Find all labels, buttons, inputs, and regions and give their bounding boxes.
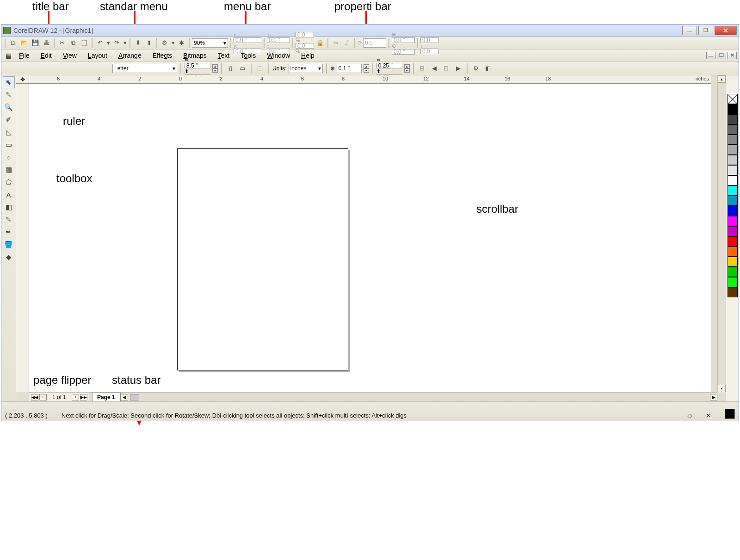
- vertical-scrollbar[interactable]: ▴ ▾: [717, 75, 726, 392]
- app-launcher-icon[interactable]: ⚙: [160, 38, 170, 48]
- save-icon[interactable]: 💾: [30, 38, 40, 48]
- page-width-input[interactable]: 8.5 ": [185, 63, 210, 68]
- color-swatch[interactable]: [728, 257, 738, 267]
- maximize-button[interactable]: ❐: [698, 26, 713, 35]
- export-icon[interactable]: ⬆: [144, 38, 154, 48]
- pick-tool[interactable]: ⬉: [3, 76, 15, 88]
- menu-tools[interactable]: Tools: [235, 50, 262, 61]
- snap-icon[interactable]: ⊞: [417, 63, 427, 74]
- ruler-origin[interactable]: ✥: [16, 75, 29, 84]
- color-swatch[interactable]: [728, 246, 738, 257]
- fill-tool[interactable]: 🪣: [3, 239, 15, 251]
- no-color-swatch[interactable]: [728, 94, 738, 104]
- hscroll-thumb[interactable]: [130, 394, 139, 400]
- snap-right-icon[interactable]: ▶: [453, 63, 463, 74]
- mirror-v-icon[interactable]: ⇵: [342, 38, 352, 48]
- menu-view[interactable]: View: [57, 50, 82, 61]
- rectangle-tool[interactable]: ▭: [3, 139, 15, 151]
- color-swatch[interactable]: [728, 124, 738, 135]
- scrollbar-down-icon[interactable]: ▾: [718, 385, 726, 392]
- color-swatch[interactable]: [728, 287, 738, 297]
- page-layout-icon[interactable]: ⬚: [255, 63, 265, 74]
- color-swatch[interactable]: [728, 185, 738, 196]
- zoom-tool[interactable]: 🔍: [3, 101, 15, 113]
- menu-window[interactable]: Window: [261, 50, 296, 61]
- color-swatch[interactable]: [728, 236, 738, 246]
- nudge-input[interactable]: 0.1 ": [337, 64, 362, 73]
- options-icon[interactable]: ⚙: [471, 63, 481, 74]
- doc-close-button[interactable]: ✕: [728, 52, 737, 59]
- print-icon[interactable]: 🖶: [41, 38, 51, 48]
- horizontal-ruler[interactable]: 6 4 2 0 2 4 6 8 10 12 14 16 18 inches: [29, 75, 711, 84]
- import-icon[interactable]: ⬇: [133, 38, 143, 48]
- hscroll-left-icon[interactable]: ◀: [121, 394, 128, 400]
- graph-paper-tool[interactable]: ▦: [3, 164, 15, 176]
- fill-indicator-icon[interactable]: ◇: [687, 412, 692, 419]
- add-page-before-button[interactable]: +: [39, 394, 47, 400]
- cut-icon[interactable]: ✂: [57, 38, 67, 48]
- redo-icon[interactable]: ↷: [111, 38, 122, 48]
- spinner-up[interactable]: ▲: [364, 64, 369, 68]
- paper-size-select[interactable]: Letter▾: [112, 64, 177, 73]
- menu-file[interactable]: File: [13, 50, 35, 61]
- spinner-down[interactable]: ▼: [404, 68, 410, 73]
- text-tool[interactable]: A: [3, 189, 15, 201]
- color-swatch[interactable]: [728, 145, 738, 155]
- zoom-input[interactable]: 90%▾: [192, 38, 228, 48]
- lock-ratio-icon[interactable]: 🔒: [315, 38, 325, 48]
- color-swatch[interactable]: [728, 216, 738, 226]
- snap-grid-icon[interactable]: ⊡: [441, 63, 451, 74]
- hscroll-right-icon[interactable]: ▶: [710, 394, 717, 400]
- spinner-down[interactable]: ▼: [364, 68, 369, 73]
- corel-online-icon[interactable]: ✱: [176, 38, 186, 48]
- treat-as-filled-icon[interactable]: ◧: [483, 63, 493, 74]
- minimize-button[interactable]: —: [682, 26, 697, 35]
- new-icon[interactable]: 🗋: [8, 38, 18, 48]
- redo-dropdown-icon[interactable]: ▾: [123, 38, 127, 48]
- copy-icon[interactable]: ⧉: [68, 38, 78, 48]
- color-swatch[interactable]: [728, 155, 738, 165]
- freehand-tool[interactable]: ✐: [3, 114, 15, 126]
- outline-tool[interactable]: ✒: [3, 226, 15, 238]
- doc-minimize-button[interactable]: —: [706, 52, 715, 59]
- dup-x-input[interactable]: 0.25 ": [376, 63, 402, 68]
- units-select[interactable]: inches▾: [289, 64, 323, 73]
- polygon-tool[interactable]: ⬠: [3, 176, 15, 188]
- last-page-button[interactable]: ▶▶: [80, 394, 87, 400]
- page-tab[interactable]: Page 1: [92, 393, 120, 401]
- color-swatch[interactable]: [728, 196, 738, 206]
- interactive-fill-tool[interactable]: ◆: [3, 251, 15, 263]
- menu-edit[interactable]: Edit: [35, 50, 57, 61]
- app-menu-icon[interactable]: ▦: [3, 50, 13, 61]
- menu-help[interactable]: Help: [296, 50, 320, 61]
- smart-draw-tool[interactable]: ◺: [3, 126, 15, 138]
- paste-icon[interactable]: 📋: [79, 38, 89, 48]
- color-swatch[interactable]: [728, 135, 738, 145]
- color-swatch[interactable]: [728, 165, 738, 175]
- first-page-button[interactable]: ◀◀: [31, 394, 38, 400]
- spinner-down[interactable]: ▼: [212, 68, 218, 73]
- outline-indicator-icon[interactable]: ✕: [706, 412, 711, 419]
- color-swatch[interactable]: [728, 206, 738, 216]
- current-swatch[interactable]: [725, 409, 735, 419]
- spinner-up[interactable]: ▲: [212, 64, 218, 68]
- interactive-tool[interactable]: ◧: [3, 201, 15, 213]
- menu-text[interactable]: Text: [212, 50, 235, 61]
- undo-dropdown-icon[interactable]: ▾: [106, 38, 111, 48]
- menu-effects[interactable]: Effects: [147, 50, 178, 61]
- drawing-canvas[interactable]: [29, 84, 711, 392]
- color-swatch[interactable]: [728, 104, 738, 114]
- mirror-h-icon[interactable]: ⇋: [331, 38, 341, 48]
- color-swatch[interactable]: [728, 114, 738, 124]
- landscape-icon[interactable]: ▭: [237, 63, 247, 74]
- add-page-after-button[interactable]: +: [72, 394, 79, 400]
- eyedropper-tool[interactable]: ✎: [3, 214, 15, 226]
- vertical-ruler[interactable]: [16, 84, 29, 392]
- menu-arrange[interactable]: Arrange: [113, 50, 147, 61]
- color-swatch[interactable]: [728, 277, 738, 287]
- color-swatch[interactable]: [728, 175, 738, 185]
- color-swatch[interactable]: [728, 226, 738, 236]
- spinner-up[interactable]: ▲: [404, 64, 410, 68]
- scrollbar-up-icon[interactable]: ▴: [718, 75, 726, 83]
- portrait-icon[interactable]: ▯: [225, 63, 235, 74]
